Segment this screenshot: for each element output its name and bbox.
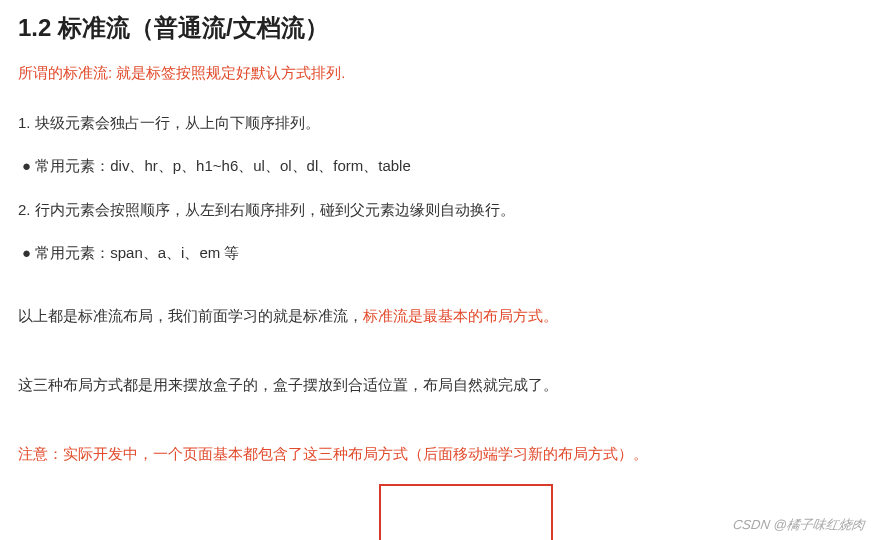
bullet-2-text: 常用元素：span、a、i、em 等 <box>35 244 239 261</box>
list-item-1: 1. 块级元素会独占一行，从上向下顺序排列。 <box>18 111 853 135</box>
section-subtitle: 所谓的标准流: 就是标签按照规定好默认方式排列. <box>18 64 853 83</box>
note-label: 注意： <box>18 445 63 462</box>
bullet-1-text: 常用元素：div、hr、p、h1~h6、ul、ol、dl、form、table <box>35 157 411 174</box>
note-three-layouts: 这三种布局方式都是用来摆放盒子的，盒子摆放到合适位置，布局自然就完成了。 <box>18 376 853 395</box>
list-item-2: 2. 行内元素会按照顺序，从左到右顺序排列，碰到父元素边缘则自动换行。 <box>18 198 853 222</box>
note-body: 实际开发中，一个页面基本都包含了这三种布局方式（后面移动端学习新的布局方式）。 <box>63 445 648 462</box>
bullet-1: 常用元素：div、hr、p、h1~h6、ul、ol、dl、form、table <box>18 157 853 176</box>
watermark-text: CSDN @橘子味红烧肉 <box>732 516 866 534</box>
summary-line: 以上都是标准流布局，我们前面学习的就是标准流，标准流是最基本的布局方式。 <box>18 307 853 326</box>
section-heading: 1.2 标准流（普通流/文档流） <box>18 12 853 44</box>
summary-highlight: 标准流是最基本的布局方式。 <box>363 307 558 324</box>
bullet-2: 常用元素：span、a、i、em 等 <box>18 244 853 263</box>
annotation-box <box>379 484 553 540</box>
summary-prefix: 以上都是标准流布局，我们前面学习的就是标准流， <box>18 307 363 324</box>
note-attention: 注意：实际开发中，一个页面基本都包含了这三种布局方式（后面移动端学习新的布局方式… <box>18 445 853 464</box>
